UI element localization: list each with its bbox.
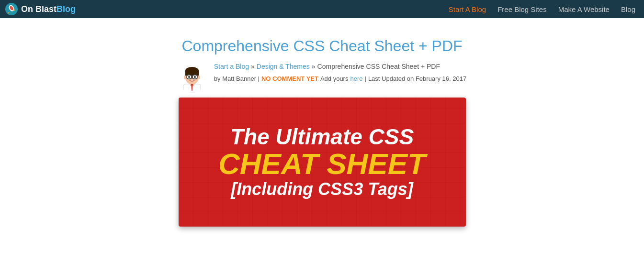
breadcrumb-area: Start a Blog » Design & Themes » Compreh… bbox=[178, 63, 466, 94]
svg-rect-9 bbox=[185, 71, 199, 76]
avatar-image bbox=[178, 64, 206, 93]
meta-separator: | bbox=[365, 75, 366, 82]
breadcrumb-current: Comprehensive CSS Cheat Sheet + PDF bbox=[317, 63, 440, 70]
svg-point-18 bbox=[194, 76, 196, 78]
svg-point-11 bbox=[197, 76, 200, 79]
meta-here-link[interactable]: here bbox=[350, 75, 362, 82]
svg-point-17 bbox=[188, 76, 190, 78]
breadcrumb-sep2: » bbox=[312, 63, 316, 70]
banner-text: The Ultimate CSS CHEAT SHEET [Including … bbox=[218, 125, 426, 199]
svg-point-10 bbox=[184, 76, 187, 79]
meta-add-yours: Add yours bbox=[320, 75, 349, 82]
main-content: Comprehensive CSS Cheat Sheet + PDF bbox=[0, 18, 644, 227]
breadcrumb-design-themes[interactable]: Design & Themes bbox=[257, 63, 310, 70]
banner-line1: The Ultimate CSS bbox=[218, 125, 426, 149]
page-title: Comprehensive CSS Cheat Sheet + PDF bbox=[181, 37, 462, 55]
logo-on: On bbox=[21, 4, 33, 14]
nav-start-a-blog[interactable]: Start A Blog bbox=[449, 5, 486, 13]
site-header: On BlastBlog Start A Blog Free Blog Site… bbox=[0, 0, 644, 18]
banner-line2: CHEAT SHEET bbox=[218, 149, 426, 179]
logo-blog: Blog bbox=[56, 4, 76, 14]
meta-by: by Matt Banner | bbox=[214, 75, 260, 82]
rocket-icon bbox=[5, 2, 18, 16]
breadcrumb-meta: Start a Blog » Design & Themes » Compreh… bbox=[214, 63, 466, 94]
nav-blog[interactable]: Blog bbox=[621, 5, 635, 13]
breadcrumb: Start a Blog » Design & Themes » Compreh… bbox=[214, 63, 466, 70]
logo-blast: Blast bbox=[33, 4, 56, 14]
banner-line3: [Including CSS3 Tags] bbox=[218, 179, 426, 199]
logo[interactable]: On BlastBlog bbox=[5, 2, 76, 16]
featured-banner: The Ultimate CSS CHEAT SHEET [Including … bbox=[179, 98, 466, 227]
breadcrumb-start-a-blog[interactable]: Start a Blog bbox=[214, 63, 249, 70]
nav-make-a-website[interactable]: Make A Website bbox=[558, 5, 610, 13]
no-comment-label: NO COMMENT YET bbox=[261, 75, 318, 82]
article-meta: by Matt Banner | NO COMMENT YET Add your… bbox=[214, 75, 466, 82]
main-nav: Start A Blog Free Blog Sites Make A Webs… bbox=[449, 5, 635, 13]
meta-last-updated: Last Updated on February 16, 2017 bbox=[368, 75, 466, 82]
author-avatar bbox=[178, 64, 206, 93]
breadcrumb-sep1: » bbox=[251, 63, 255, 70]
nav-free-blog-sites[interactable]: Free Blog Sites bbox=[497, 5, 547, 13]
